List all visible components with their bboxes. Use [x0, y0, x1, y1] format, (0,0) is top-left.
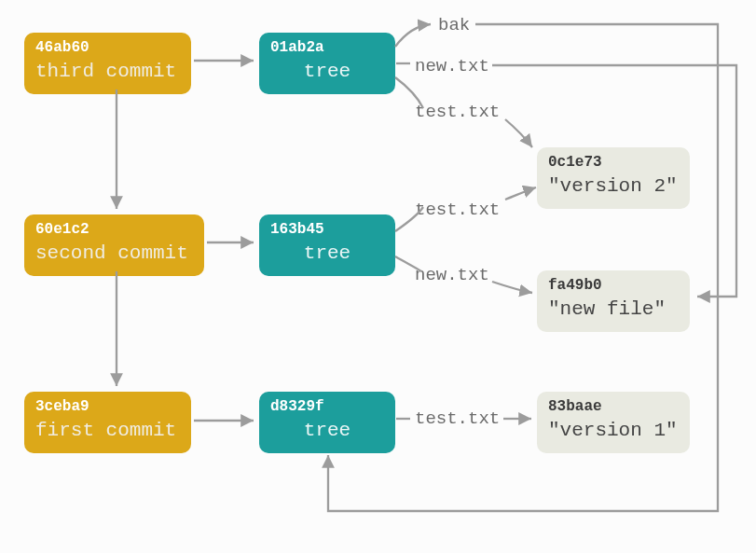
blob-content: "new file" [548, 297, 679, 323]
commit-message: second commit [35, 241, 193, 267]
commit-third: 46ab60 third commit [24, 33, 191, 94]
edge-label-new-txt: new.txt [415, 56, 489, 76]
blob-hash: 83baae [548, 397, 679, 418]
blob-0c1e73: 0c1e73 "version 2" [537, 147, 690, 209]
blob-83baae: 83baae "version 1" [537, 392, 690, 453]
commit-second: 60e1c2 second commit [24, 214, 204, 276]
commit-hash: 3ceba9 [35, 397, 180, 418]
tree-hash: d8329f [270, 397, 384, 418]
blob-hash: 0c1e73 [548, 153, 679, 173]
tree-label: tree [270, 241, 384, 267]
tree-01ab2a: 01ab2a tree [259, 33, 395, 94]
commit-message: third commit [35, 59, 180, 85]
edge-label-test-txt: test.txt [415, 408, 500, 429]
edge-label-test-txt: test.txt [415, 102, 500, 122]
tree-163b45: 163b45 tree [259, 214, 395, 276]
commit-first: 3ceba9 first commit [24, 392, 191, 453]
blob-content: "version 2" [548, 173, 679, 200]
tree-hash: 163b45 [270, 220, 384, 241]
tree-d8329f: d8329f tree [259, 392, 395, 453]
edge-label-test-txt: test.txt [415, 200, 500, 220]
tree-hash: 01ab2a [270, 38, 384, 59]
edge-label-new-txt: new.txt [415, 265, 489, 285]
tree-label: tree [270, 59, 384, 85]
commit-message: first commit [35, 418, 180, 444]
edge-label-bak: bak [438, 15, 470, 35]
commit-hash: 60e1c2 [35, 220, 193, 241]
tree-label: tree [270, 418, 384, 444]
blob-hash: fa49b0 [548, 276, 679, 297]
blob-fa49b0: fa49b0 "new file" [537, 270, 690, 332]
commit-hash: 46ab60 [35, 38, 180, 59]
blob-content: "version 1" [548, 418, 679, 444]
